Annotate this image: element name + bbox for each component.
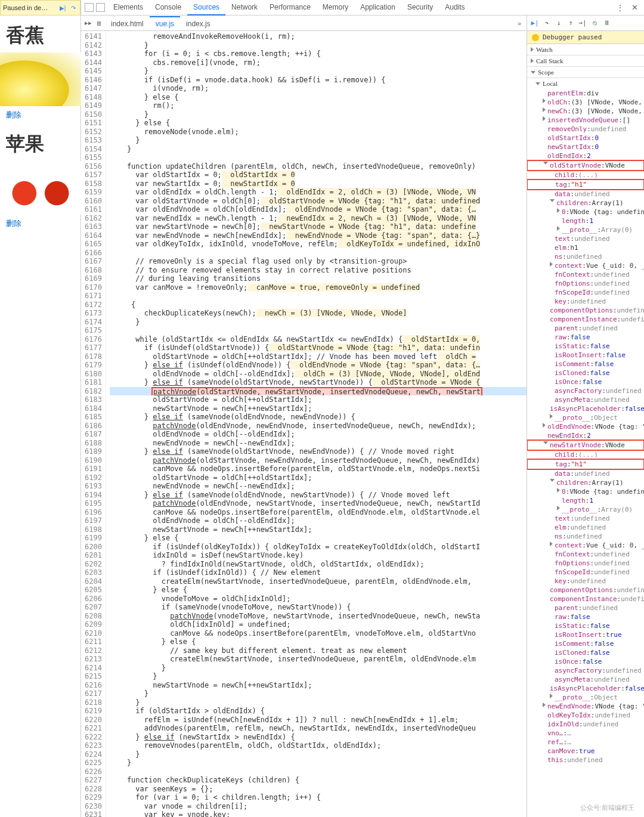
file-tab-index-js[interactable]: index.js bbox=[180, 16, 216, 30]
scope-row[interactable]: isAsyncPlaceholder: false bbox=[527, 684, 644, 693]
scope-row[interactable]: ns: undefined bbox=[527, 532, 644, 541]
scope-row[interactable]: child: (...) bbox=[527, 171, 644, 180]
tab-network[interactable]: Network bbox=[225, 0, 264, 16]
callstack-panel-header[interactable]: Call Stack bbox=[527, 55, 644, 66]
scope-row[interactable]: asyncFactory: undefined bbox=[527, 386, 644, 395]
scope-row[interactable]: length: 1 bbox=[527, 216, 644, 225]
tab-elements[interactable]: Elements bbox=[107, 0, 149, 16]
tab-memory[interactable]: Memory bbox=[317, 0, 354, 16]
scope-row[interactable]: newEndIdx: 2 bbox=[527, 431, 644, 440]
scope-row[interactable]: isAsyncPlaceholder: false bbox=[527, 404, 644, 413]
scope-row[interactable]: componentOptions: undefined bbox=[527, 306, 644, 315]
inspect-icon[interactable] bbox=[85, 3, 94, 12]
close-devtools-icon[interactable]: ✕ bbox=[629, 3, 640, 12]
scope-local-header[interactable]: Local bbox=[527, 78, 644, 89]
scope-row[interactable]: asyncMeta: undefined bbox=[527, 395, 644, 404]
scope-row[interactable]: elm: h1 bbox=[527, 243, 644, 252]
scope-row[interactable]: insertedVnodeQueue: [] bbox=[527, 116, 644, 125]
scope-row[interactable]: oldEndIdx: 2 bbox=[527, 151, 644, 160]
watch-panel-header[interactable]: Watch bbox=[527, 44, 644, 55]
scope-row[interactable]: newStartIdx: 0 bbox=[527, 143, 644, 151]
scope-row[interactable]: vno…: … bbox=[527, 729, 644, 738]
scope-row[interactable]: oldStartIdx: 0 bbox=[527, 134, 644, 143]
file-tab-vue-js[interactable]: vue.js bbox=[150, 16, 180, 30]
sidebar-toggle-icon[interactable]: ▸▸ bbox=[83, 19, 93, 27]
scope-row[interactable]: isComment: false bbox=[527, 639, 644, 648]
scope-row[interactable]: isCloned: false bbox=[527, 648, 644, 657]
scope-row[interactable]: key: undefined bbox=[527, 577, 644, 586]
scope-row[interactable]: oldCh: (3) [VNode, VNode, VN… bbox=[527, 98, 644, 107]
device-toggle-icon[interactable] bbox=[96, 3, 105, 12]
step-out-icon[interactable]: ↑ bbox=[566, 19, 575, 27]
scope-row[interactable]: fnOptions: undefined bbox=[527, 279, 644, 288]
scope-row[interactable]: ns: undefined bbox=[527, 252, 644, 261]
kebab-menu-icon[interactable]: ⋮ bbox=[614, 3, 627, 13]
scope-row[interactable]: asyncFactory: undefined bbox=[527, 666, 644, 675]
scope-row[interactable]: fnOptions: undefined bbox=[527, 559, 644, 568]
scope-row[interactable]: parent: undefined bbox=[527, 604, 644, 612]
scope-row[interactable]: children: Array(1) bbox=[527, 199, 644, 208]
pause-exceptions-icon[interactable]: ⏸ bbox=[602, 19, 611, 27]
scope-row[interactable]: oldStartVnode: VNode bbox=[527, 160, 644, 171]
scope-row[interactable]: componentInstance: undefin… bbox=[527, 315, 644, 324]
scope-row[interactable]: text: undefined bbox=[527, 514, 644, 523]
scope-row[interactable]: isRootInsert: false bbox=[527, 351, 644, 360]
scope-row[interactable]: elm: undefined bbox=[527, 523, 644, 532]
scope-row[interactable]: length: 1 bbox=[527, 496, 644, 505]
scope-row[interactable]: __proto__: Object bbox=[527, 413, 644, 422]
step-icon[interactable]: →| bbox=[578, 19, 587, 27]
tab-performance[interactable]: Performance bbox=[264, 0, 317, 16]
scope-row[interactable]: key: undefined bbox=[527, 297, 644, 306]
tab-console[interactable]: Console bbox=[149, 0, 187, 16]
deactivate-breakpoints-icon[interactable]: ⦸ bbox=[590, 19, 599, 27]
scope-row[interactable]: tag: "h1" bbox=[527, 179, 644, 190]
scope-row[interactable]: isOnce: false bbox=[527, 377, 644, 386]
step-over-button-icon[interactable]: ↷ bbox=[543, 19, 551, 27]
scope-row[interactable]: context: Vue {_uid: 0, _is… bbox=[527, 261, 644, 270]
scope-row[interactable]: fnContext: undefined bbox=[527, 550, 644, 559]
scope-row[interactable]: oldKeyToIdx: undefined bbox=[527, 711, 644, 720]
scope-row[interactable]: isStatic: false bbox=[527, 342, 644, 351]
tab-audits[interactable]: Audits bbox=[439, 0, 470, 16]
scope-row[interactable]: canMove: true bbox=[527, 747, 644, 756]
scope-row[interactable]: fnScopeId: undefined bbox=[527, 288, 644, 297]
scope-row[interactable]: parentElm: div bbox=[527, 89, 644, 98]
scope-row[interactable]: asyncMeta: undefined bbox=[527, 675, 644, 684]
resume-icon[interactable]: ▶| bbox=[58, 4, 67, 12]
scope-row[interactable]: __proto__: Object bbox=[527, 693, 644, 702]
step-into-icon[interactable]: ↓ bbox=[555, 19, 563, 27]
step-over-icon[interactable]: ↷ bbox=[69, 4, 78, 12]
scope-row[interactable]: this: undefined bbox=[527, 756, 644, 765]
scope-row[interactable]: isCloned: false bbox=[527, 369, 644, 377]
scope-row[interactable]: idxInOld: undefined bbox=[527, 720, 644, 729]
file-tab-index-html[interactable]: index.html bbox=[105, 16, 150, 30]
scope-row[interactable]: isOnce: false bbox=[527, 657, 644, 666]
scope-row[interactable]: isStatic: false bbox=[527, 621, 644, 630]
scope-row[interactable]: isComment: false bbox=[527, 360, 644, 369]
scope-row[interactable]: newEndVnode: VNode {tag: "sp… bbox=[527, 702, 644, 711]
tab-security[interactable]: Security bbox=[401, 0, 439, 16]
scope-row[interactable]: parent: undefined bbox=[527, 324, 644, 333]
scope-row[interactable]: fnContext: undefined bbox=[527, 270, 644, 279]
scope-row[interactable]: child: (...) bbox=[527, 450, 644, 459]
scope-row[interactable]: raw: false bbox=[527, 333, 644, 342]
delete-link-1[interactable]: 删除 bbox=[6, 110, 21, 120]
resume-button-icon[interactable]: ▶| bbox=[531, 19, 539, 27]
scope-row[interactable]: newCh: (3) [VNode, VNode, VN… bbox=[527, 107, 644, 116]
scope-row[interactable]: __proto__: Array(0) bbox=[527, 225, 644, 234]
more-tabs-icon[interactable]: » bbox=[515, 19, 524, 27]
delete-link-2[interactable]: 删除 bbox=[6, 218, 21, 229]
code-editor[interactable]: 6141 6142 6143 6144 6145 6146 6147 6148 … bbox=[81, 31, 527, 817]
scope-row[interactable]: fnScopeId: undefined bbox=[527, 568, 644, 577]
scope-panel-header[interactable]: Scope bbox=[527, 67, 644, 78]
scope-row[interactable]: __proto__: Array(0) bbox=[527, 505, 644, 514]
scope-row[interactable]: oldEndVnode: VNode {tag: "sp… bbox=[527, 422, 644, 431]
tab-sources[interactable]: Sources bbox=[187, 0, 225, 16]
scope-row[interactable]: 0: VNode {tag: undefined… bbox=[527, 208, 644, 216]
tab-application[interactable]: Application bbox=[354, 0, 401, 16]
scope-row[interactable]: children: Array(1) bbox=[527, 478, 644, 487]
scope-row[interactable]: newStartVnode: VNode bbox=[527, 440, 644, 451]
scope-row[interactable]: ref…: … bbox=[527, 738, 644, 747]
scope-row[interactable]: 0: VNode {tag: undefined… bbox=[527, 487, 644, 496]
scope-row[interactable]: isRootInsert: true bbox=[527, 630, 644, 639]
